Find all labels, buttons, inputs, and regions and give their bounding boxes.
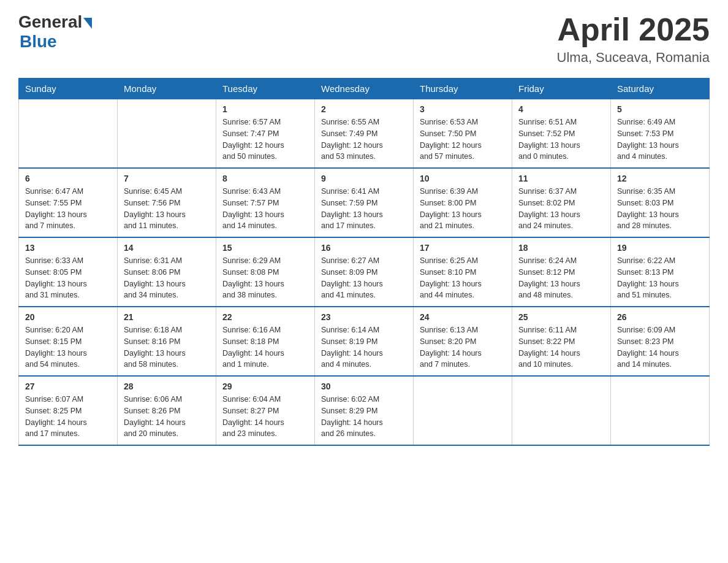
day-number: 21 bbox=[124, 312, 210, 322]
calendar-cell: 7Sunrise: 6:45 AM Sunset: 7:56 PM Daylig… bbox=[118, 168, 216, 237]
day-number: 5 bbox=[617, 104, 703, 114]
day-number: 27 bbox=[25, 381, 111, 391]
day-number: 25 bbox=[518, 312, 604, 322]
calendar-cell: 6Sunrise: 6:47 AM Sunset: 7:55 PM Daylig… bbox=[19, 168, 118, 237]
day-info: Sunrise: 6:20 AM Sunset: 8:15 PM Dayligh… bbox=[25, 324, 111, 370]
day-number: 13 bbox=[25, 243, 111, 253]
calendar-cell: 5Sunrise: 6:49 AM Sunset: 7:53 PM Daylig… bbox=[611, 99, 710, 169]
calendar-cell bbox=[512, 376, 611, 445]
calendar-cell: 26Sunrise: 6:09 AM Sunset: 8:23 PM Dayli… bbox=[611, 307, 710, 376]
logo: General Blue bbox=[18, 12, 92, 52]
calendar-cell: 14Sunrise: 6:31 AM Sunset: 8:06 PM Dayli… bbox=[118, 237, 216, 307]
calendar-header-row: SundayMondayTuesdayWednesdayThursdayFrid… bbox=[19, 79, 710, 99]
day-info: Sunrise: 6:57 AM Sunset: 7:47 PM Dayligh… bbox=[222, 117, 308, 163]
day-number: 23 bbox=[321, 312, 407, 322]
calendar-cell: 30Sunrise: 6:02 AM Sunset: 8:29 PM Dayli… bbox=[315, 376, 414, 445]
day-info: Sunrise: 6:37 AM Sunset: 8:02 PM Dayligh… bbox=[518, 186, 604, 232]
day-number: 9 bbox=[321, 174, 407, 183]
week-row-3: 13Sunrise: 6:33 AM Sunset: 8:05 PM Dayli… bbox=[19, 237, 710, 307]
calendar-cell: 20Sunrise: 6:20 AM Sunset: 8:15 PM Dayli… bbox=[19, 307, 118, 376]
logo-general-text: General bbox=[18, 12, 82, 32]
day-info: Sunrise: 6:43 AM Sunset: 7:57 PM Dayligh… bbox=[222, 186, 308, 232]
location-text: Ulma, Suceava, Romania bbox=[557, 50, 710, 66]
day-info: Sunrise: 6:49 AM Sunset: 7:53 PM Dayligh… bbox=[617, 117, 703, 163]
title-block: April 2025 Ulma, Suceava, Romania bbox=[557, 12, 710, 66]
day-info: Sunrise: 6:04 AM Sunset: 8:27 PM Dayligh… bbox=[222, 394, 308, 440]
day-info: Sunrise: 6:22 AM Sunset: 8:13 PM Dayligh… bbox=[617, 255, 703, 301]
calendar-cell: 15Sunrise: 6:29 AM Sunset: 8:08 PM Dayli… bbox=[216, 237, 315, 307]
calendar-cell: 2Sunrise: 6:55 AM Sunset: 7:49 PM Daylig… bbox=[315, 99, 414, 169]
calendar-cell: 4Sunrise: 6:51 AM Sunset: 7:52 PM Daylig… bbox=[512, 99, 611, 169]
calendar-cell: 21Sunrise: 6:18 AM Sunset: 8:16 PM Dayli… bbox=[118, 307, 216, 376]
calendar-cell: 18Sunrise: 6:24 AM Sunset: 8:12 PM Dayli… bbox=[512, 237, 611, 307]
day-number: 26 bbox=[617, 312, 703, 322]
day-number: 3 bbox=[420, 104, 506, 114]
month-title: April 2025 bbox=[557, 12, 710, 47]
day-number: 17 bbox=[420, 243, 506, 253]
day-number: 19 bbox=[617, 243, 703, 253]
header-tuesday: Tuesday bbox=[216, 79, 315, 99]
day-number: 30 bbox=[321, 381, 407, 391]
day-number: 14 bbox=[124, 243, 210, 253]
calendar-cell: 9Sunrise: 6:41 AM Sunset: 7:59 PM Daylig… bbox=[315, 168, 414, 237]
day-info: Sunrise: 6:07 AM Sunset: 8:25 PM Dayligh… bbox=[25, 394, 111, 440]
calendar-cell: 8Sunrise: 6:43 AM Sunset: 7:57 PM Daylig… bbox=[216, 168, 315, 237]
day-info: Sunrise: 6:18 AM Sunset: 8:16 PM Dayligh… bbox=[124, 324, 210, 370]
day-info: Sunrise: 6:13 AM Sunset: 8:20 PM Dayligh… bbox=[420, 324, 506, 370]
header-saturday: Saturday bbox=[611, 79, 710, 99]
calendar-cell: 11Sunrise: 6:37 AM Sunset: 8:02 PM Dayli… bbox=[512, 168, 611, 237]
day-info: Sunrise: 6:06 AM Sunset: 8:26 PM Dayligh… bbox=[124, 394, 210, 440]
header-friday: Friday bbox=[512, 79, 611, 99]
calendar-cell bbox=[414, 376, 512, 445]
calendar-cell: 29Sunrise: 6:04 AM Sunset: 8:27 PM Dayli… bbox=[216, 376, 315, 445]
day-info: Sunrise: 6:53 AM Sunset: 7:50 PM Dayligh… bbox=[420, 117, 506, 163]
calendar-cell bbox=[118, 99, 216, 169]
header-sunday: Sunday bbox=[19, 79, 118, 99]
day-number: 22 bbox=[222, 312, 308, 322]
day-info: Sunrise: 6:11 AM Sunset: 8:22 PM Dayligh… bbox=[518, 324, 604, 370]
day-number: 18 bbox=[518, 243, 604, 253]
day-info: Sunrise: 6:51 AM Sunset: 7:52 PM Dayligh… bbox=[518, 117, 604, 163]
calendar-cell: 27Sunrise: 6:07 AM Sunset: 8:25 PM Dayli… bbox=[19, 376, 118, 445]
calendar-cell: 25Sunrise: 6:11 AM Sunset: 8:22 PM Dayli… bbox=[512, 307, 611, 376]
day-info: Sunrise: 6:33 AM Sunset: 8:05 PM Dayligh… bbox=[25, 255, 111, 301]
calendar-cell: 19Sunrise: 6:22 AM Sunset: 8:13 PM Dayli… bbox=[611, 237, 710, 307]
calendar-table: SundayMondayTuesdayWednesdayThursdayFrid… bbox=[18, 78, 710, 446]
day-number: 28 bbox=[124, 381, 210, 391]
day-number: 8 bbox=[222, 174, 308, 183]
day-info: Sunrise: 6:41 AM Sunset: 7:59 PM Dayligh… bbox=[321, 186, 407, 232]
calendar-cell: 28Sunrise: 6:06 AM Sunset: 8:26 PM Dayli… bbox=[118, 376, 216, 445]
day-info: Sunrise: 6:31 AM Sunset: 8:06 PM Dayligh… bbox=[124, 255, 210, 301]
day-number: 1 bbox=[222, 104, 308, 114]
calendar-cell: 17Sunrise: 6:25 AM Sunset: 8:10 PM Dayli… bbox=[414, 237, 512, 307]
day-info: Sunrise: 6:29 AM Sunset: 8:08 PM Dayligh… bbox=[222, 255, 308, 301]
logo-blue-text: Blue bbox=[20, 32, 57, 52]
day-number: 16 bbox=[321, 243, 407, 253]
week-row-4: 20Sunrise: 6:20 AM Sunset: 8:15 PM Dayli… bbox=[19, 307, 710, 376]
day-number: 24 bbox=[420, 312, 506, 322]
day-info: Sunrise: 6:27 AM Sunset: 8:09 PM Dayligh… bbox=[321, 255, 407, 301]
day-info: Sunrise: 6:47 AM Sunset: 7:55 PM Dayligh… bbox=[25, 186, 111, 232]
day-info: Sunrise: 6:24 AM Sunset: 8:12 PM Dayligh… bbox=[518, 255, 604, 301]
day-info: Sunrise: 6:25 AM Sunset: 8:10 PM Dayligh… bbox=[420, 255, 506, 301]
calendar-cell: 1Sunrise: 6:57 AM Sunset: 7:47 PM Daylig… bbox=[216, 99, 315, 169]
calendar-cell: 22Sunrise: 6:16 AM Sunset: 8:18 PM Dayli… bbox=[216, 307, 315, 376]
day-number: 10 bbox=[420, 174, 506, 183]
calendar-cell: 13Sunrise: 6:33 AM Sunset: 8:05 PM Dayli… bbox=[19, 237, 118, 307]
calendar-cell bbox=[611, 376, 710, 445]
calendar-cell: 3Sunrise: 6:53 AM Sunset: 7:50 PM Daylig… bbox=[414, 99, 512, 169]
day-number: 7 bbox=[124, 174, 210, 183]
day-number: 20 bbox=[25, 312, 111, 322]
calendar-cell: 23Sunrise: 6:14 AM Sunset: 8:19 PM Dayli… bbox=[315, 307, 414, 376]
day-info: Sunrise: 6:16 AM Sunset: 8:18 PM Dayligh… bbox=[222, 324, 308, 370]
week-row-2: 6Sunrise: 6:47 AM Sunset: 7:55 PM Daylig… bbox=[19, 168, 710, 237]
day-number: 15 bbox=[222, 243, 308, 253]
day-info: Sunrise: 6:35 AM Sunset: 8:03 PM Dayligh… bbox=[617, 186, 703, 232]
week-row-1: 1Sunrise: 6:57 AM Sunset: 7:47 PM Daylig… bbox=[19, 99, 710, 169]
calendar-cell: 16Sunrise: 6:27 AM Sunset: 8:09 PM Dayli… bbox=[315, 237, 414, 307]
day-number: 29 bbox=[222, 381, 308, 391]
day-info: Sunrise: 6:55 AM Sunset: 7:49 PM Dayligh… bbox=[321, 117, 407, 163]
day-info: Sunrise: 6:09 AM Sunset: 8:23 PM Dayligh… bbox=[617, 324, 703, 370]
calendar-cell bbox=[19, 99, 118, 169]
calendar-cell: 24Sunrise: 6:13 AM Sunset: 8:20 PM Dayli… bbox=[414, 307, 512, 376]
